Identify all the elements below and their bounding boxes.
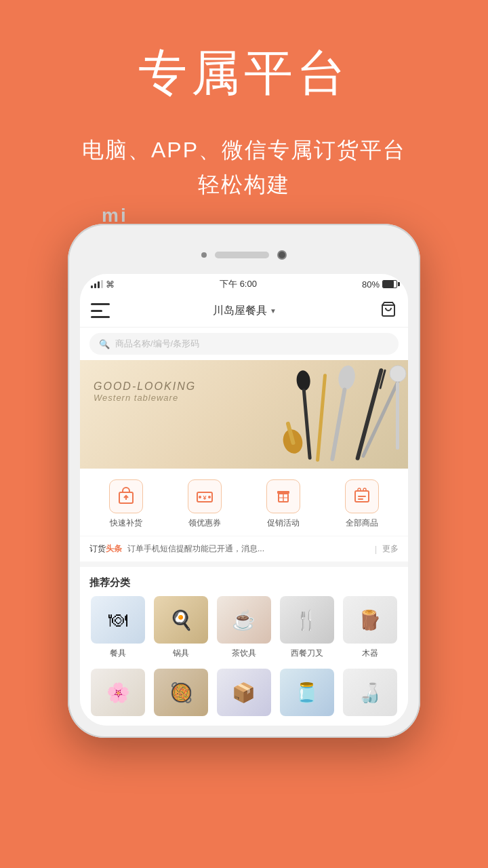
svg-point-16 — [199, 496, 201, 498]
svg-point-7 — [296, 370, 311, 391]
category-western[interactable]: 🍴 西餐刀叉 — [278, 596, 336, 659]
promo-icon — [274, 487, 293, 506]
battery-fill — [383, 281, 394, 288]
svg-rect-6 — [316, 374, 327, 462]
coupon-icon-box: ¥ — [188, 479, 222, 513]
cutlery-svg — [205, 360, 408, 469]
battery-icon — [382, 280, 397, 288]
quick-icon-promo[interactable]: 促销活动 — [256, 479, 310, 529]
phone-mockup: mi ⌘ 下午 6:00 — [68, 224, 420, 738]
category-row2-1[interactable]: 🌸 — [89, 669, 147, 716]
search-placeholder-text: 商品名称/编号/条形码 — [115, 338, 199, 350]
cart-icon — [380, 301, 397, 317]
cat2c-img: 📦 — [217, 669, 271, 716]
section-header: 推荐分类 — [80, 561, 408, 596]
teaware-img: ☕ — [217, 596, 271, 644]
category-wood[interactable]: 🪵 木器 — [341, 596, 399, 659]
cat2d-img: 🫙 — [280, 669, 334, 716]
svg-point-17 — [208, 496, 211, 498]
signal-bar-3 — [98, 281, 100, 288]
quick-icon-coupon[interactable]: ¥ 领优惠券 — [178, 479, 232, 529]
banner-cutlery — [205, 360, 408, 469]
svg-rect-13 — [396, 382, 399, 450]
quick-icon-all[interactable]: 全部商品 — [335, 479, 389, 529]
hero-subtitle-line1: 电脑、APP、微信专属订货平台 — [82, 138, 406, 162]
menu-line-bot — [91, 316, 110, 318]
promo-icon-box — [266, 479, 300, 513]
svg-rect-23 — [358, 498, 363, 500]
category-cookware[interactable]: 🍳 锅具 — [152, 596, 210, 659]
western-img: 🍴 — [280, 596, 334, 644]
category-row-1: 🍽 餐具 🍳 锅具 ☕ 茶饮具 — [80, 596, 408, 666]
banner[interactable]: GOOD-LOOKING Western tableware — [80, 360, 408, 469]
ticker-divider: | — [375, 545, 377, 554]
section-title: 推荐分类 — [89, 576, 130, 588]
tableware-art: 🍽 — [91, 596, 145, 644]
western-art: 🍴 — [280, 596, 334, 644]
ticker-prefix: 订货头条 — [89, 543, 122, 555]
hero-title: 专属平台 — [0, 41, 488, 106]
wood-label: 木器 — [362, 648, 378, 659]
store-name[interactable]: 川岛屋餐具 ▼ — [213, 304, 277, 318]
cookware-img: 🍳 — [154, 596, 208, 644]
quick-icon-restock[interactable]: 快速补货 — [99, 479, 153, 529]
menu-line-mid — [91, 310, 102, 312]
coupon-label: 领优惠券 — [188, 517, 221, 529]
menu-line-top — [91, 303, 110, 305]
restock-label: 快速补货 — [110, 517, 142, 529]
promo-label: 促销活动 — [267, 517, 300, 529]
all-goods-label: 全部商品 — [346, 517, 378, 529]
svg-rect-22 — [358, 496, 366, 497]
sensor-icon — [201, 252, 207, 258]
cookware-label: 锅具 — [173, 648, 189, 659]
coupon-icon: ¥ — [195, 487, 214, 506]
western-label: 西餐刀叉 — [291, 648, 323, 659]
ticker-highlight: 头条 — [106, 544, 122, 553]
quick-icons-row: 快速补货 ¥ 领优惠券 — [80, 469, 408, 536]
wood-img: 🪵 — [343, 596, 397, 644]
search-icon: 🔍 — [99, 339, 110, 349]
search-bar: 🔍 商品名称/编号/条形码 — [80, 328, 408, 360]
cat2b-img: 🥘 — [154, 669, 208, 716]
cat2a-img: 🌸 — [91, 669, 145, 716]
teaware-art: ☕ — [217, 596, 271, 644]
category-teaware[interactable]: ☕ 茶饮具 — [216, 596, 273, 659]
hero-subtitle: 电脑、APP、微信专属订货平台 轻松构建 — [0, 133, 488, 202]
svg-point-4 — [337, 364, 357, 391]
cat2e-img: 🍶 — [343, 669, 397, 716]
dropdown-arrow-icon: ▼ — [270, 307, 277, 315]
cart-button[interactable] — [380, 301, 397, 320]
signal-bar-2 — [94, 283, 96, 288]
svg-rect-8 — [302, 389, 312, 460]
front-camera-icon — [277, 250, 287, 260]
news-ticker[interactable]: 订货头条 订单手机短信提醒功能已开通，消息... | 更多 — [80, 536, 408, 561]
banner-title: GOOD-LOOKING — [94, 380, 196, 393]
signal-bar-1 — [91, 285, 93, 288]
category-row2-2[interactable]: 🥘 — [152, 669, 210, 716]
signal-icon — [91, 280, 103, 288]
hero-subtitle-line2: 轻松构建 — [198, 172, 290, 197]
svg-text:¥: ¥ — [203, 494, 206, 501]
category-row-2: 🌸 🥘 📦 🫙 🍶 — [80, 669, 408, 726]
banner-subtitle: Western tableware — [94, 393, 196, 403]
app-navbar: 川岛屋餐具 ▼ — [80, 294, 408, 328]
teaware-label: 茶饮具 — [232, 648, 256, 659]
store-name-text: 川岛屋餐具 — [213, 304, 267, 318]
tableware-label: 餐具 — [110, 648, 126, 659]
all-goods-icon — [352, 487, 371, 506]
ticker-content: 订单手机短信提醒功能已开通，消息... — [127, 543, 369, 555]
category-tableware[interactable]: 🍽 餐具 — [89, 596, 147, 659]
phone-top-bezel — [80, 236, 408, 274]
ticker-prefix-text: 订货 — [89, 544, 106, 553]
wood-art: 🪵 — [343, 596, 397, 644]
category-row2-4[interactable]: 🫙 — [278, 669, 336, 716]
banner-text: GOOD-LOOKING Western tableware — [94, 380, 196, 403]
search-input-wrapper[interactable]: 🔍 商品名称/编号/条形码 — [89, 333, 399, 355]
category-row2-5[interactable]: 🍶 — [341, 669, 399, 716]
status-right: 80% — [362, 279, 397, 290]
wifi-icon: ⌘ — [106, 279, 115, 290]
restock-icon-box — [109, 479, 143, 513]
category-row2-3[interactable]: 📦 — [216, 669, 273, 716]
menu-icon[interactable] — [91, 303, 110, 318]
signal-bar-4 — [101, 280, 103, 288]
